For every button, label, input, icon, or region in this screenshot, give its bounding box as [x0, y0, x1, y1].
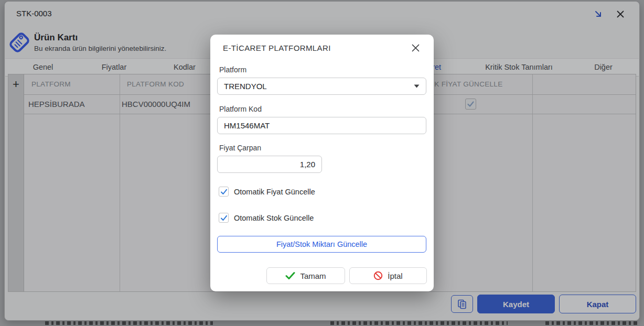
e-ticaret-platformlari-dialog: E-TİCARET PLATFORMLARI Platform TRENDYOL…: [210, 35, 434, 291]
platform-select-value: TRENDYOL: [224, 82, 267, 91]
fiyat-carpan-input[interactable]: [217, 156, 322, 173]
check-icon: [220, 214, 228, 222]
otomatik-fiyat-guncelle-checkbox[interactable]: Otomatik Fiyat Güncelle: [219, 187, 315, 197]
checkbox-box: [219, 213, 229, 223]
tamam-ok-button[interactable]: Tamam: [266, 267, 345, 284]
platform-select[interactable]: TRENDYOL: [217, 78, 426, 95]
prohibition-icon: [373, 271, 383, 280]
iptal-cancel-button[interactable]: İptal: [349, 267, 427, 284]
checkbox-label: Otomatik Stok Güncelle: [234, 214, 314, 222]
platform-kod-label: Platform Kod: [219, 105, 262, 113]
chevron-down-icon: [414, 84, 420, 88]
otomatik-stok-guncelle-checkbox[interactable]: Otomatik Stok Güncelle: [219, 213, 314, 223]
ok-button-label: Tamam: [300, 271, 326, 280]
cancel-button-label: İptal: [388, 271, 402, 280]
dialog-title: E-TİCARET PLATFORMLARI: [223, 44, 331, 52]
screen: STK-0003: [0, 0, 644, 326]
fiyat-carpan-label: Fiyat Çarpan: [219, 144, 261, 152]
checkbox-box: [219, 187, 229, 197]
dialog-close-button[interactable]: [409, 41, 422, 55]
check-icon: [285, 271, 295, 280]
fiyat-stok-miktari-guncelle-button[interactable]: Fiyat/Stok Miktarı Güncelle: [217, 236, 426, 253]
check-icon: [220, 188, 228, 195]
checkbox-label: Otomatik Fiyat Güncelle: [234, 188, 315, 196]
platform-kod-input[interactable]: [217, 117, 426, 134]
close-icon: [411, 44, 420, 52]
platform-label: Platform: [219, 66, 246, 74]
